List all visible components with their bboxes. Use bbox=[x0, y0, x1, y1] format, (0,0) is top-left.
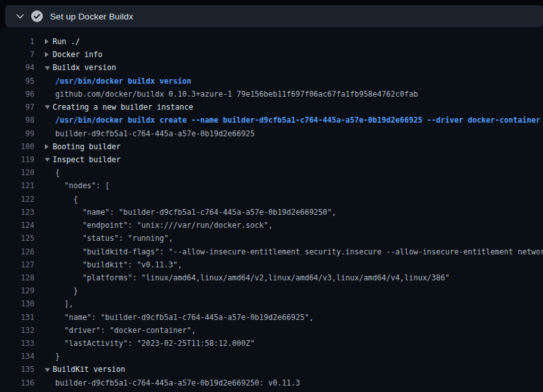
log-line-number[interactable]: 99 bbox=[0, 127, 34, 140]
log-line-number[interactable]: 95 bbox=[0, 75, 34, 88]
log-line-number[interactable]: 100 bbox=[0, 140, 34, 153]
log-line-number[interactable]: 124 bbox=[0, 219, 34, 232]
log-group-row[interactable]: 97Creating a new builder instance bbox=[0, 101, 543, 114]
log-line: 133 "lastActivity": "2023-02-25T11:58:12… bbox=[0, 337, 543, 350]
log-group-row[interactable]: 119Inspect builder bbox=[0, 153, 543, 166]
log-line-number[interactable]: 135 bbox=[0, 363, 34, 376]
log-output-text: github.com/docker/buildx 0.10.3+azure-1 … bbox=[55, 88, 418, 101]
log-line: 134} bbox=[0, 350, 543, 363]
log-line-number[interactable]: 132 bbox=[0, 324, 34, 337]
log-output-text: "platforms": "linux/amd64,linux/amd64/v2… bbox=[55, 271, 449, 284]
log-group-row[interactable]: 7Docker info bbox=[0, 48, 543, 61]
log-group-title: BuildKit version bbox=[53, 363, 125, 376]
log-line-number[interactable]: 133 bbox=[0, 337, 34, 350]
group-expand-arrow-icon[interactable] bbox=[45, 144, 49, 149]
log-line-number[interactable]: 130 bbox=[0, 297, 34, 310]
log-output-text: "buildkit": "v0.11.3", bbox=[55, 258, 182, 271]
log-group-row[interactable]: 100Booting builder bbox=[0, 140, 543, 153]
log-group-row[interactable]: 135BuildKit version bbox=[0, 363, 543, 376]
log-line-number[interactable]: 121 bbox=[0, 179, 34, 192]
log-line-number[interactable]: 7 bbox=[0, 48, 34, 61]
log-group-title: Buildx version bbox=[53, 61, 116, 74]
log-line: 122 { bbox=[0, 193, 543, 206]
log-line: 125 "status": "running", bbox=[0, 232, 543, 245]
group-collapse-arrow-icon[interactable] bbox=[45, 105, 50, 109]
log-line-number[interactable]: 123 bbox=[0, 206, 34, 219]
workflow-log-page: Set up Docker Buildx 1Run ./7Docker info… bbox=[0, 0, 543, 392]
log-group-row[interactable]: 94Buildx version bbox=[0, 61, 543, 74]
log-output-text: "driver": "docker-container", bbox=[55, 324, 196, 337]
log-group-title: Docker info bbox=[53, 48, 103, 61]
log-line-number[interactable]: 1 bbox=[0, 35, 34, 48]
log-line-number[interactable]: 122 bbox=[0, 193, 34, 206]
log-line: 121 "nodes": [ bbox=[0, 179, 543, 192]
log-line: 136builder-d9cfb5a1-c764-445a-a57e-0b19d… bbox=[0, 376, 543, 389]
log-line: 128 "platforms": "linux/amd64,linux/amd6… bbox=[0, 271, 543, 284]
log-line-number[interactable]: 136 bbox=[0, 376, 34, 389]
log-line-number[interactable]: 119 bbox=[0, 153, 34, 166]
check-circle-icon bbox=[31, 10, 43, 22]
log-command-text: /usr/bin/docker buildx create --name bui… bbox=[55, 114, 540, 127]
step-header[interactable]: Set up Docker Buildx bbox=[5, 5, 543, 27]
log-line-number[interactable]: 125 bbox=[0, 232, 34, 245]
log-line-number[interactable]: 134 bbox=[0, 350, 34, 363]
log-line: 132 "driver": "docker-container", bbox=[0, 324, 543, 337]
log-line: 95/usr/bin/docker buildx version bbox=[0, 75, 543, 88]
log-line: 99builder-d9cfb5a1-c764-445a-a57e-0b19d2… bbox=[0, 127, 543, 140]
log-viewer: 1Run ./7Docker info94Buildx version95/us… bbox=[0, 27, 543, 392]
log-line-number[interactable]: 94 bbox=[0, 61, 34, 74]
log-line-number[interactable]: 120 bbox=[0, 166, 34, 179]
log-line: 131 "name": "builder-d9cfb5a1-c764-445a-… bbox=[0, 311, 543, 324]
log-command-text: /usr/bin/docker buildx version bbox=[55, 75, 191, 88]
log-line-number[interactable]: 131 bbox=[0, 311, 34, 324]
log-line-number[interactable]: 96 bbox=[0, 88, 34, 101]
log-output-text: "buildkitd-flags": "--allow-insecure-ent… bbox=[55, 245, 543, 258]
log-line: 124 "endpoint": "unix:///var/run/docker.… bbox=[0, 219, 543, 232]
log-output-text: ], bbox=[55, 297, 73, 310]
log-group-row[interactable]: 1Run ./ bbox=[0, 35, 543, 48]
group-expand-arrow-icon[interactable] bbox=[45, 52, 49, 57]
log-line-number[interactable]: 97 bbox=[0, 101, 34, 114]
log-output-text: } bbox=[55, 284, 78, 297]
step-title: Set up Docker Buildx bbox=[50, 12, 133, 21]
log-output-text: { bbox=[55, 193, 78, 206]
group-collapse-arrow-icon[interactable] bbox=[45, 66, 50, 70]
log-line: 129 } bbox=[0, 284, 543, 297]
log-line-number[interactable]: 127 bbox=[0, 258, 34, 271]
log-output-text: "name": "builder-d9cfb5a1-c764-445a-a57e… bbox=[55, 206, 336, 219]
log-line-number[interactable]: 98 bbox=[0, 114, 34, 127]
log-line: 120{ bbox=[0, 166, 543, 179]
log-output-text: } bbox=[55, 350, 60, 363]
log-line: 96github.com/docker/buildx 0.10.3+azure-… bbox=[0, 88, 543, 101]
chevron-down-icon[interactable] bbox=[15, 11, 25, 21]
log-line: 130 ], bbox=[0, 297, 543, 310]
log-group-title: Booting builder bbox=[53, 140, 121, 153]
log-output-text: "nodes": [ bbox=[55, 179, 110, 192]
log-group-title: Inspect builder bbox=[53, 153, 121, 166]
log-line: 126 "buildkitd-flags": "--allow-insecure… bbox=[0, 245, 543, 258]
log-output-text: builder-d9cfb5a1-c764-445a-a57e-0b19d2e6… bbox=[55, 376, 300, 389]
log-line-number[interactable]: 128 bbox=[0, 271, 34, 284]
log-output-text: { bbox=[55, 166, 60, 179]
group-expand-arrow-icon[interactable] bbox=[45, 39, 49, 44]
log-group-title: Run ./ bbox=[53, 35, 80, 48]
log-line: 123 "name": "builder-d9cfb5a1-c764-445a-… bbox=[0, 206, 543, 219]
log-output-text: "endpoint": "unix:///var/run/docker.sock… bbox=[55, 219, 273, 232]
log-line-number[interactable]: 126 bbox=[0, 245, 34, 258]
log-line: 127 "buildkit": "v0.11.3", bbox=[0, 258, 543, 271]
log-group-title: Creating a new builder instance bbox=[53, 101, 193, 114]
log-output-text: "lastActivity": "2023-02-25T11:58:12.000… bbox=[55, 337, 255, 350]
group-collapse-arrow-icon[interactable] bbox=[45, 158, 50, 162]
log-line: 98/usr/bin/docker buildx create --name b… bbox=[0, 114, 543, 127]
log-output-text: "status": "running", bbox=[55, 232, 173, 245]
log-line-number[interactable]: 129 bbox=[0, 284, 34, 297]
log-output-text: "name": "builder-d9cfb5a1-c764-445a-a57e… bbox=[55, 311, 314, 324]
log-output-text: builder-d9cfb5a1-c764-445a-a57e-0b19d2e6… bbox=[55, 127, 255, 140]
group-collapse-arrow-icon[interactable] bbox=[45, 368, 50, 372]
